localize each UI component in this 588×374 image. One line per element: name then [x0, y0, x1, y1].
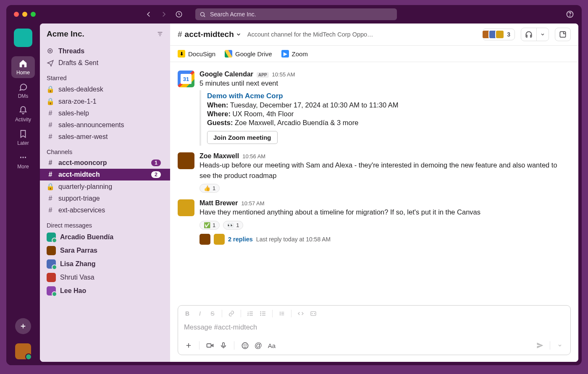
- channel-topic[interactable]: Account channel for the MidTech Corp Opp…: [247, 31, 476, 38]
- huddle-button[interactable]: [521, 28, 549, 41]
- message: Matt Brewer 10:57 AM Have they mentioned…: [178, 197, 577, 249]
- bookmark-gdrive[interactable]: Google Drive: [225, 50, 272, 58]
- audio-button[interactable]: [217, 340, 230, 351]
- svg-rect-13: [207, 344, 211, 347]
- bookmark-zoom[interactable]: ▶Zoom: [281, 50, 308, 58]
- zoom-icon: ▶: [281, 50, 289, 58]
- send-button[interactable]: [534, 340, 546, 351]
- reaction[interactable]: 👍1: [200, 184, 220, 193]
- send-options-button[interactable]: [554, 340, 566, 351]
- close-window[interactable]: [14, 12, 19, 17]
- filter-button[interactable]: [157, 31, 163, 37]
- italic-button[interactable]: I: [194, 308, 206, 319]
- back-button[interactable]: [145, 10, 152, 18]
- codeblock-button[interactable]: [307, 308, 319, 319]
- reaction[interactable]: 👀1: [223, 221, 243, 230]
- history-button[interactable]: [175, 10, 183, 18]
- minimize-window[interactable]: [22, 12, 27, 17]
- bookmark-docusign[interactable]: ⬇DocuSign: [178, 50, 215, 58]
- dm-lee[interactable]: Lee Hao: [40, 284, 170, 298]
- forward-button[interactable]: [160, 10, 168, 18]
- sidebar: Acme Inc. Threads Drafts & Sent Starred …: [40, 24, 170, 362]
- workspace-switcher[interactable]: [14, 29, 32, 47]
- avatar: [47, 233, 56, 242]
- nav-activity[interactable]: Activity: [11, 103, 35, 125]
- user-avatar[interactable]: [15, 343, 31, 359]
- message: Zoe Maxwell 10:56 AM Heads-up before our…: [178, 150, 577, 197]
- dm-shruti[interactable]: Shruti Vasa: [40, 271, 170, 284]
- search-input[interactable]: Search Acme Inc.: [195, 8, 397, 20]
- channel-sales-dealdesk[interactable]: 🔒sales-dealdesk: [40, 83, 170, 95]
- sidebar-threads[interactable]: Threads: [40, 45, 170, 57]
- format-toolbar: B I S: [178, 306, 570, 322]
- canvas-button[interactable]: [555, 28, 571, 41]
- bookmark-icon: [18, 129, 28, 139]
- dm-arcadio[interactable]: Arcadio Buendía: [40, 230, 170, 244]
- composer-actions: @ Aa: [178, 337, 570, 355]
- event-title[interactable]: Demo with Acme Corp: [207, 92, 568, 100]
- sender-name[interactable]: Zoe Maxwell: [200, 152, 239, 160]
- timestamp[interactable]: 10:56 AM: [242, 153, 265, 160]
- nav-rail: Home DMs Activity Later More: [6, 24, 40, 365]
- channel-sales-announcements[interactable]: #sales-announcements: [40, 119, 170, 131]
- attach-button[interactable]: [182, 340, 195, 351]
- gdrive-icon: [225, 50, 232, 58]
- avatar[interactable]: [178, 199, 194, 216]
- channel-members-button[interactable]: 3: [482, 29, 515, 40]
- bullet-list-button[interactable]: [257, 308, 269, 319]
- link-button[interactable]: [226, 308, 237, 319]
- message-input[interactable]: Message #acct-midtech: [178, 322, 570, 337]
- channel-sara-zoe-1-1[interactable]: 🔒sara-zoe-1-1: [40, 95, 170, 107]
- strike-button[interactable]: S: [207, 308, 218, 319]
- section-dms[interactable]: Direct messages: [40, 216, 170, 230]
- sender-name[interactable]: Google Calendar: [200, 71, 253, 78]
- timestamp[interactable]: 10:55 AM: [272, 71, 295, 78]
- format-toggle-button[interactable]: Aa: [265, 340, 278, 351]
- nav-home[interactable]: Home: [11, 56, 35, 78]
- channel-acct-midtech[interactable]: #acct-midtech2: [40, 169, 170, 180]
- channel-ext-abcservices[interactable]: #ext-abcservices: [40, 204, 170, 216]
- avatar[interactable]: [178, 152, 194, 169]
- chevron-down-icon: [540, 32, 545, 37]
- emoji-button[interactable]: [239, 340, 251, 351]
- join-zoom-button[interactable]: Join Zoom meeting: [207, 131, 278, 144]
- sidebar-drafts[interactable]: Drafts & Sent: [40, 57, 170, 69]
- chevron-down-icon: [236, 31, 242, 37]
- app-window: Search Acme Inc. Home DMs Activity Later: [6, 5, 582, 365]
- ordered-list-button[interactable]: [244, 308, 256, 319]
- bell-icon: [18, 106, 28, 115]
- svg-rect-14: [223, 343, 225, 346]
- svg-point-3: [570, 16, 570, 16]
- channel-name-button[interactable]: # acct-midtech: [178, 30, 242, 39]
- mention-button[interactable]: @: [252, 340, 265, 351]
- nav-dms[interactable]: DMs: [11, 80, 35, 102]
- workspace-name[interactable]: Acme Inc.: [47, 29, 84, 39]
- channel-sales-amer-west[interactable]: #sales-amer-west: [40, 131, 170, 143]
- svg-rect-8: [560, 31, 565, 37]
- reaction[interactable]: ✅1: [200, 221, 220, 230]
- channel-support-triage[interactable]: #support-triage: [40, 193, 170, 204]
- send-icon: [47, 59, 54, 67]
- dm-sara[interactable]: Sara Parras: [40, 244, 170, 257]
- code-button[interactable]: [295, 308, 307, 319]
- avatar: [214, 234, 225, 245]
- avatar: [47, 246, 56, 255]
- nav-more[interactable]: More: [11, 150, 35, 172]
- nav-later[interactable]: Later: [11, 127, 35, 149]
- bold-button[interactable]: B: [181, 308, 193, 319]
- help-button[interactable]: [566, 10, 574, 18]
- channel-acct-mooncorp[interactable]: #acct-mooncorp1: [40, 157, 170, 169]
- section-channels[interactable]: Channels: [40, 143, 170, 157]
- channel-quarterly-planning[interactable]: 🔒quarterly-planning: [40, 180, 170, 193]
- dm-lisa[interactable]: Lisa Zhang: [40, 257, 170, 271]
- channel-sales-help[interactable]: #sales-help: [40, 107, 170, 119]
- section-starred[interactable]: Starred: [40, 69, 170, 83]
- thread-link[interactable]: 2 replies Last reply today at 10:58 AM: [200, 234, 568, 245]
- blockquote-button[interactable]: [276, 308, 288, 319]
- timestamp[interactable]: 10:57 AM: [242, 200, 265, 207]
- video-button[interactable]: [204, 340, 216, 351]
- message-list[interactable]: Google Calendar APP 10:55 AM 5 minutes u…: [170, 62, 578, 303]
- maximize-window[interactable]: [31, 12, 36, 17]
- sender-name[interactable]: Matt Brewer: [200, 199, 238, 207]
- create-button[interactable]: [15, 318, 31, 334]
